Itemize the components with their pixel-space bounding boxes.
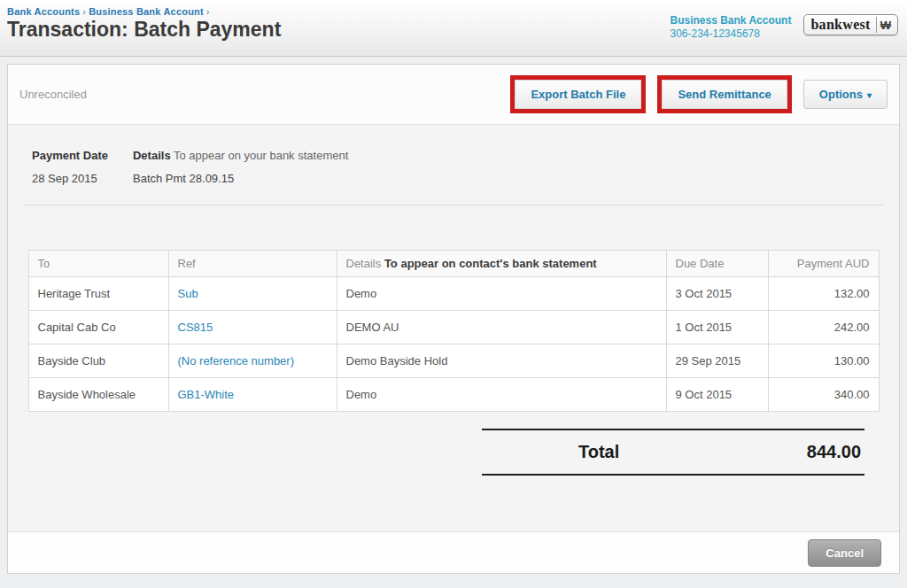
table-row: Bayside Wholesale GB1-White Demo 9 Oct 2…	[28, 378, 879, 412]
cell-ref: GB1-White	[168, 378, 337, 412]
bankwest-wordmark: bankwest	[810, 17, 876, 33]
payment-meta: Payment Date 28 Sep 2015 Details To appe…	[22, 149, 885, 185]
table-header-row: To Ref Details To appear on contact's ba…	[28, 251, 879, 277]
breadcrumb-separator: ›	[82, 6, 86, 17]
cell-ref: CS815	[168, 311, 337, 344]
cell-amount: 130.00	[768, 344, 879, 378]
column-header-ref: Ref	[168, 251, 337, 277]
send-remittance-button[interactable]: Send Remittance	[662, 80, 787, 109]
cell-amount: 132.00	[768, 277, 879, 311]
ref-link[interactable]: Sub	[178, 287, 198, 300]
table-row: Capital Cab Co CS815 DEMO AU 1 Oct 2015 …	[28, 311, 879, 344]
total-label: Total	[578, 442, 619, 462]
column-header-details: Details To appear on contact's bank stat…	[337, 251, 666, 277]
options-button[interactable]: Options▾	[803, 80, 888, 109]
cell-ref: (No reference number)	[168, 344, 337, 378]
payment-date-block: Payment Date 28 Sep 2015	[32, 149, 108, 185]
cell-amount: 340.00	[768, 378, 879, 412]
export-batch-file-button[interactable]: Export Batch File	[515, 80, 641, 109]
account-info: Business Bank Account 306-234-12345678	[670, 14, 791, 41]
payment-details-value: Batch Pmt 28.09.15	[133, 172, 348, 185]
cell-due-date: 3 Oct 2015	[666, 277, 768, 311]
column-header-to: To	[28, 251, 168, 277]
ref-link[interactable]: CS815	[178, 321, 213, 334]
panel-header: Unreconciled Export Batch File Send Remi…	[8, 65, 899, 125]
ref-link[interactable]: GB1-White	[178, 388, 235, 401]
bankwest-logo: bankwest ₩	[803, 14, 898, 35]
cell-ref: Sub	[168, 277, 337, 311]
account-name-link[interactable]: Business Bank Account	[670, 14, 791, 27]
ref-link[interactable]: (No reference number)	[178, 354, 295, 368]
section-divider	[23, 205, 884, 205]
payment-date-value: 28 Sep 2015	[32, 172, 108, 185]
cell-to: Heritage Trust	[28, 277, 168, 311]
transaction-panel: Unreconciled Export Batch File Send Remi…	[7, 64, 900, 574]
annotation-box-send: Send Remittance	[657, 75, 791, 113]
cell-due-date: 29 Sep 2015	[666, 344, 768, 378]
cancel-button[interactable]: Cancel	[808, 539, 881, 567]
page-header: Bank Accounts›Business Bank Account› Tra…	[0, 0, 907, 57]
payment-date-label: Payment Date	[32, 149, 108, 162]
annotation-box-export: Export Batch File	[510, 75, 646, 113]
panel-footer: Cancel	[8, 531, 899, 573]
breadcrumb-separator: ›	[206, 6, 210, 17]
panel-body: Payment Date 28 Sep 2015 Details To appe…	[8, 125, 899, 531]
cell-due-date: 1 Oct 2015	[666, 311, 768, 344]
cell-details: Demo Bayside Hold	[337, 344, 666, 378]
options-button-label: Options	[819, 88, 863, 101]
column-header-due-date: Due Date	[666, 251, 768, 277]
payments-table: To Ref Details To appear on contact's ba…	[28, 250, 880, 412]
total-value: 844.00	[807, 442, 861, 462]
total-row: Total 844.00	[482, 429, 864, 476]
header-account-area: Business Bank Account 306-234-12345678 b…	[670, 14, 898, 41]
chevron-down-icon: ▾	[867, 90, 872, 100]
table-row: Bayside Club (No reference number) Demo …	[28, 344, 879, 378]
payment-details-block: Details To appear on your bank statement…	[133, 149, 348, 185]
cell-due-date: 9 Oct 2015	[666, 378, 768, 412]
cell-details: Demo	[337, 277, 666, 311]
toolbar: Export Batch File Send Remittance Option…	[510, 75, 888, 113]
details-label: Details	[133, 149, 171, 162]
bankwest-symbol-icon: ₩	[877, 19, 895, 32]
column-header-payment-aud: Payment AUD	[768, 251, 879, 277]
breadcrumb-bank-accounts[interactable]: Bank Accounts	[7, 6, 80, 17]
status-badge: Unreconciled	[19, 88, 87, 101]
cell-to: Bayside Wholesale	[28, 378, 168, 412]
column-header-details-hint: To appear on contact's bank statement	[384, 257, 597, 270]
cell-amount: 242.00	[768, 311, 879, 344]
cell-to: Capital Cab Co	[28, 311, 168, 344]
cell-to: Bayside Club	[28, 344, 168, 378]
breadcrumb-business-bank-account[interactable]: Business Bank Account	[89, 6, 204, 17]
cell-details: Demo	[337, 378, 666, 412]
account-number: 306-234-12345678	[670, 27, 791, 41]
cell-details: DEMO AU	[337, 311, 666, 344]
table-row: Heritage Trust Sub Demo 3 Oct 2015 132.0…	[28, 277, 879, 311]
details-hint: To appear on your bank statement	[174, 149, 348, 162]
